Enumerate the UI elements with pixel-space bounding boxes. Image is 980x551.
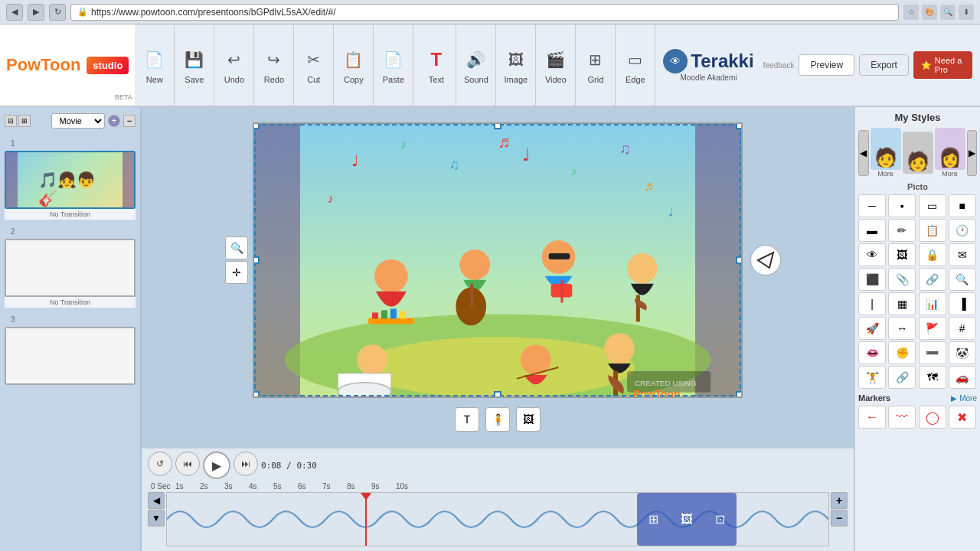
icon-cell-21[interactable]: ↔ xyxy=(888,317,916,340)
icon-cell-11[interactable]: ✉ xyxy=(949,243,976,266)
icon-cell-19[interactable]: ▐ xyxy=(949,292,976,315)
clip-icon-3: ⊡ xyxy=(715,512,725,527)
icon-cell-25[interactable]: ✊ xyxy=(888,341,916,364)
play-btn[interactable]: ▶ xyxy=(203,452,230,479)
zoom-out-btn[interactable]: − xyxy=(831,510,848,527)
carousel-prev-btn[interactable]: ◀ xyxy=(858,130,869,176)
icon-cell-20[interactable]: 🚀 xyxy=(858,317,886,340)
search-page-icon[interactable]: 🔍 xyxy=(940,5,956,20)
character-insert-btn[interactable]: 🧍 xyxy=(485,407,510,432)
list-view-btn[interactable]: ⊞ xyxy=(18,115,31,127)
forward-button[interactable]: ▶ xyxy=(28,4,44,21)
grid-button[interactable]: ⊞ Grid xyxy=(576,24,616,106)
clip-block[interactable]: ⊞ 🖼 ⊡ xyxy=(637,493,737,546)
zoom-in-btn[interactable]: + xyxy=(831,492,848,509)
icon-cell-23[interactable]: # xyxy=(949,317,976,340)
grid-view-btn[interactable]: ⊟ xyxy=(5,115,17,127)
tl-scroll-left[interactable]: ◀ xyxy=(148,492,165,509)
waveform-track[interactable]: ⊞ 🖼 ⊡ xyxy=(166,492,829,546)
save-button[interactable]: 💾 Save xyxy=(175,24,214,106)
url-text: https://www.powtoon.com/presentoons/bGPd… xyxy=(91,7,336,18)
style-char-1[interactable]: 🧑 More xyxy=(871,128,901,178)
marker-icon-3[interactable]: ◯ xyxy=(919,406,946,429)
icon-cell-6[interactable]: 📋 xyxy=(919,219,946,242)
new-button[interactable]: 📄 New xyxy=(135,24,175,106)
sound-button[interactable]: 🔊 Sound xyxy=(456,24,496,106)
icon-cell-4[interactable]: ▬ xyxy=(858,219,886,242)
canvas-wrapper[interactable]: ♩ ♪ ♫ ♩ ♪ ♫ ♬ ♪ ♩ ♬ xyxy=(253,122,743,398)
icon-cell-28[interactable]: 🏋 xyxy=(858,366,886,389)
forward-frame-btn[interactable]: ⏭ xyxy=(234,452,258,476)
time-0: 0 Sec xyxy=(151,482,174,491)
marker-icon-2[interactable]: 〰 xyxy=(888,406,916,429)
undo-button[interactable]: ↩ Undo xyxy=(214,24,254,106)
playhead[interactable] xyxy=(365,493,367,546)
icon-cell-2[interactable]: ▭ xyxy=(919,194,946,217)
slide-transition-1: No Transition xyxy=(5,209,136,220)
icon-cell-24[interactable]: 👄 xyxy=(858,341,886,364)
icon-cell-9[interactable]: 🖼 xyxy=(888,243,916,266)
carousel-next-btn[interactable]: ▶ xyxy=(967,130,978,176)
edge-tool-btn[interactable] xyxy=(750,245,781,276)
style-char-3[interactable]: 👩 More xyxy=(935,128,965,178)
move-tool-btn[interactable]: ✛ xyxy=(225,261,248,284)
slide-item-2[interactable]: 2 No Transition xyxy=(5,224,136,308)
icon-cell-26[interactable]: ➖ xyxy=(919,341,946,364)
copy-icon: 📋 xyxy=(340,46,368,73)
icon-cell-17[interactable]: ▦ xyxy=(888,292,916,315)
redo-button[interactable]: ↪ Redo xyxy=(254,24,294,106)
icon-cell-18[interactable]: 📊 xyxy=(919,292,946,315)
paste-button[interactable]: 📄 Paste xyxy=(374,24,413,106)
cut-button[interactable]: ✂ Cut xyxy=(294,24,334,106)
icon-cell-13[interactable]: 📎 xyxy=(888,268,916,291)
loop-btn[interactable]: ↺ xyxy=(148,452,172,476)
icon-cell-29[interactable]: 🔗 xyxy=(888,366,916,389)
image-insert-btn[interactable]: 🖼 xyxy=(516,407,541,432)
video-button[interactable]: 🎬 Video xyxy=(536,24,576,106)
text-button[interactable]: T Text xyxy=(416,24,456,106)
movie-type-select[interactable]: Movie xyxy=(51,113,106,129)
slide-item-3[interactable]: 3 xyxy=(5,312,136,385)
palette-icon[interactable]: 🎨 xyxy=(922,5,937,20)
icon-cell-7[interactable]: 🕐 xyxy=(949,219,976,242)
text-insert-btn[interactable]: T xyxy=(455,407,479,432)
style-char-2[interactable]: 🧑 xyxy=(903,132,933,174)
back-button[interactable]: ◀ xyxy=(6,4,23,21)
icon-cell-12[interactable]: ⬛ xyxy=(858,268,886,291)
tl-scroll-down[interactable]: ▼ xyxy=(148,510,165,527)
svg-text:CREATED USING: CREATED USING xyxy=(635,379,697,387)
icon-cell-31[interactable]: 🚗 xyxy=(949,366,976,389)
copy-button[interactable]: 📋 Copy xyxy=(334,24,374,106)
image-button[interactable]: 🖼 Image xyxy=(496,24,536,106)
marker-icon-4[interactable]: ✖ xyxy=(949,406,976,429)
url-bar[interactable]: 🔒 https://www.powtoon.com/presentoons/bG… xyxy=(70,4,899,21)
icon-cell-3[interactable]: ■ xyxy=(949,194,976,217)
marker-icon-1[interactable]: ← xyxy=(858,406,886,429)
marker-icons-row: ← 〰 ◯ ✖ xyxy=(858,406,977,429)
export-button[interactable]: Export xyxy=(859,54,909,76)
slide-item-1[interactable]: 1 🎵👧👦🎸 No Transition xyxy=(5,136,136,220)
download-icon[interactable]: ⬇ xyxy=(959,5,974,20)
star-icon[interactable]: ☆ xyxy=(903,5,919,20)
icon-cell-0[interactable]: ─ xyxy=(858,194,886,217)
icon-cell-10[interactable]: 🔒 xyxy=(919,243,946,266)
icon-cell-5[interactable]: ✏ xyxy=(888,219,916,242)
zoom-tool-btn[interactable]: 🔍 xyxy=(225,236,248,259)
remove-slide-btn[interactable]: − xyxy=(123,115,136,127)
icon-cell-22[interactable]: 🚩 xyxy=(919,317,946,340)
add-slide-btn[interactable]: + xyxy=(108,115,120,127)
need-pro-button[interactable]: ⭐ Need a Pro xyxy=(913,51,972,79)
icon-cell-30[interactable]: 🗺 xyxy=(919,366,946,389)
icon-cell-27[interactable]: 🐼 xyxy=(949,341,976,364)
icon-cell-8[interactable]: 👁 xyxy=(858,243,886,266)
markers-more-btn[interactable]: ▶ More xyxy=(951,394,977,403)
icon-cell-16[interactable]: | xyxy=(858,292,886,315)
back-frame-btn[interactable]: ⏮ xyxy=(175,452,200,476)
preview-button[interactable]: Preview xyxy=(799,54,854,76)
icon-cell-15[interactable]: 🔍 xyxy=(949,268,976,291)
icon-cell-14[interactable]: 🔗 xyxy=(919,268,946,291)
right-toolbar-area: 👁 Terakki Moodle Akademi feedback Previe… xyxy=(655,24,980,106)
icon-cell-1[interactable]: ▪ xyxy=(888,194,916,217)
edge-button[interactable]: ▭ Edge xyxy=(616,24,655,106)
refresh-button[interactable]: ↻ xyxy=(49,4,66,21)
